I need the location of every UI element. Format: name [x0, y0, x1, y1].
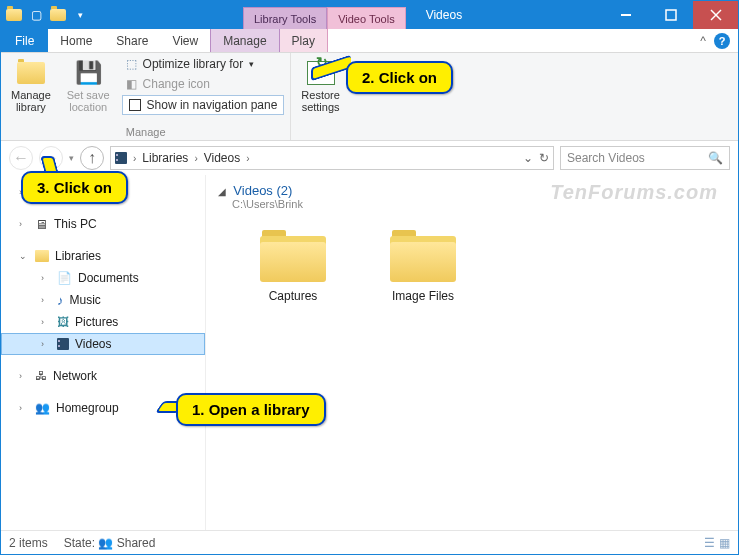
- tree-label: Pictures: [75, 315, 118, 329]
- tree-documents[interactable]: ›📄Documents: [1, 267, 205, 289]
- search-input[interactable]: Search Videos 🔍: [560, 146, 730, 170]
- set-save-location-button[interactable]: 💾 Set save location: [63, 55, 114, 117]
- set-save-location-label: Set save location: [67, 89, 110, 113]
- status-shared-text: Shared: [117, 536, 156, 550]
- folder-list: Captures Image Files: [218, 228, 726, 303]
- show-in-nav-pane-checkbox[interactable]: Show in navigation pane: [122, 95, 285, 115]
- back-button[interactable]: ←: [9, 146, 33, 170]
- tree-label: Videos: [75, 337, 111, 351]
- optimize-icon: ⬚: [126, 57, 137, 71]
- help-icon[interactable]: ?: [714, 33, 730, 49]
- maximize-button[interactable]: [648, 1, 693, 29]
- tab-home[interactable]: Home: [48, 29, 104, 52]
- manage-library-button[interactable]: Manage library: [7, 55, 55, 117]
- libraries-icon: [35, 250, 49, 262]
- homegroup-icon: 👥: [35, 401, 50, 415]
- chevron-icon[interactable]: ›: [194, 153, 197, 164]
- properties-icon[interactable]: ▢: [27, 6, 45, 24]
- shared-icon: 👥: [98, 536, 113, 550]
- breadcrumb-videos[interactable]: Videos: [204, 151, 240, 165]
- dropdown-icon: ▾: [249, 59, 254, 69]
- tree-libraries[interactable]: ⌄Libraries: [1, 245, 205, 267]
- show-nav-label: Show in navigation pane: [147, 98, 278, 112]
- tree-label: Network: [53, 369, 97, 383]
- ribbon-tabs: File Home Share View Manage Play ^ ?: [1, 29, 738, 53]
- explorer-icon: [5, 6, 23, 24]
- content-pane[interactable]: TenForums.com ◢ Videos (2) C:\Users\Brin…: [206, 175, 738, 530]
- folder-name: Image Files: [392, 289, 454, 303]
- folder-item-image-files[interactable]: Image Files: [378, 228, 468, 303]
- address-dropdown-icon[interactable]: ⌄: [523, 151, 533, 165]
- breadcrumb-libraries[interactable]: Libraries: [142, 151, 188, 165]
- pictures-icon: 🖼: [57, 315, 69, 329]
- icons-view-icon[interactable]: ▦: [719, 536, 730, 550]
- tree-videos[interactable]: ›Videos: [1, 333, 205, 355]
- title-bar: ▢ ▾ Library Tools Video Tools Videos: [1, 1, 738, 29]
- tab-share[interactable]: Share: [104, 29, 160, 52]
- tree-label: Homegroup: [56, 401, 119, 415]
- tree-label: This PC: [54, 217, 97, 231]
- manage-library-label: Manage library: [11, 89, 51, 113]
- folder-item-captures[interactable]: Captures: [248, 228, 338, 303]
- window-controls: [603, 1, 738, 29]
- new-folder-icon[interactable]: [49, 6, 67, 24]
- change-icon-button[interactable]: ◧ Change icon: [122, 75, 285, 93]
- recent-locations-icon[interactable]: ▾: [69, 153, 74, 163]
- callout-3: 3. Click on: [21, 171, 128, 204]
- status-item-count: 2 items: [9, 536, 48, 550]
- collapse-group-icon[interactable]: ◢: [218, 186, 226, 197]
- view-switcher: ☰ ▦: [704, 536, 730, 550]
- music-icon: ♪: [57, 293, 64, 308]
- status-state-label: State:: [64, 536, 95, 550]
- change-icon-label: Change icon: [143, 77, 210, 91]
- status-bar: 2 items State: 👥 Shared ☰ ▦: [1, 530, 738, 554]
- content-group-header[interactable]: ◢ Videos (2): [218, 183, 726, 198]
- tree-label: Libraries: [55, 249, 101, 263]
- address-icon: [115, 152, 127, 164]
- pc-icon: 🖥: [35, 217, 48, 232]
- tree-this-pc[interactable]: ›🖥This PC: [1, 213, 205, 235]
- chevron-icon[interactable]: ›: [246, 153, 249, 164]
- folder-name: Captures: [269, 289, 318, 303]
- tree-music[interactable]: ›♪Music: [1, 289, 205, 311]
- svg-rect-1: [666, 10, 676, 20]
- navigation-bar: ← → ▾ ↑ › Libraries › Videos › ⌄ ↻ Searc…: [1, 141, 738, 175]
- optimize-label: Optimize library for: [143, 57, 244, 71]
- search-placeholder: Search Videos: [567, 151, 645, 165]
- window-title: Videos: [426, 8, 462, 22]
- restore-settings-label: Restore settings: [301, 89, 340, 113]
- network-icon: 🖧: [35, 369, 47, 383]
- tree-network[interactable]: ›🖧Network: [1, 365, 205, 387]
- minimize-button[interactable]: [603, 1, 648, 29]
- navigation-pane[interactable]: ›☁OneDrive ›🖥This PC ⌄Libraries ›📄Docume…: [1, 175, 206, 530]
- tree-pictures[interactable]: ›🖼Pictures: [1, 311, 205, 333]
- chevron-icon[interactable]: ›: [133, 153, 136, 164]
- context-tab-library-tools: Library Tools: [243, 7, 327, 29]
- up-button[interactable]: ↑: [80, 146, 104, 170]
- close-button[interactable]: [693, 1, 738, 29]
- group-subpath: C:\Users\Brink: [218, 198, 726, 210]
- callout-2: 2. Click on: [346, 61, 453, 94]
- quick-access-toolbar: ▢ ▾: [1, 1, 93, 29]
- qat-dropdown-icon[interactable]: ▾: [71, 6, 89, 24]
- checkbox-icon: [129, 99, 141, 111]
- explorer-body: ›☁OneDrive ›🖥This PC ⌄Libraries ›📄Docume…: [1, 175, 738, 530]
- documents-icon: 📄: [57, 271, 72, 285]
- folder-icon: [258, 228, 328, 283]
- manage-library-icon: [15, 59, 47, 87]
- refresh-icon[interactable]: ↻: [539, 151, 549, 165]
- collapse-ribbon-icon[interactable]: ^: [700, 34, 706, 48]
- search-icon: 🔍: [708, 151, 723, 165]
- optimize-library-button[interactable]: ⬚ Optimize library for ▾: [122, 55, 285, 73]
- tab-play[interactable]: Play: [280, 29, 328, 52]
- ribbon-small-buttons: ⬚ Optimize library for ▾ ◧ Change icon S…: [122, 55, 285, 115]
- details-view-icon[interactable]: ☰: [704, 536, 715, 550]
- address-bar[interactable]: › Libraries › Videos › ⌄ ↻: [110, 146, 554, 170]
- ribbon-group-label-manage: Manage: [126, 126, 166, 138]
- folder-icon: [388, 228, 458, 283]
- tab-view[interactable]: View: [160, 29, 210, 52]
- tab-file[interactable]: File: [1, 29, 48, 52]
- ribbon-group-manage: Manage library 💾 Set save location ⬚ Opt…: [1, 53, 291, 140]
- tab-manage-library[interactable]: Manage: [210, 29, 279, 52]
- tree-label: Music: [70, 293, 101, 307]
